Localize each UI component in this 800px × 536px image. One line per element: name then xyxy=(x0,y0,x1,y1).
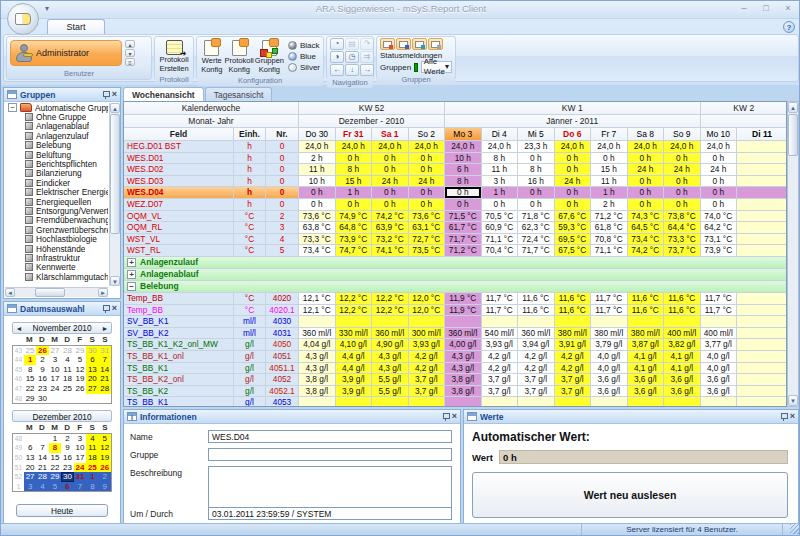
value-cell[interactable]: 330 ml/l xyxy=(336,328,373,340)
calendar-day[interactable]: 5 xyxy=(74,355,86,365)
value-cell[interactable]: 74,0 °C xyxy=(701,211,738,223)
theme-option-silver[interactable]: Silver xyxy=(288,63,320,72)
tree-item[interactable]: Bilanzierung xyxy=(5,169,108,178)
value-cell[interactable]: 24 h xyxy=(701,164,738,176)
calendar-day[interactable]: 9 xyxy=(61,443,73,453)
current-user-chip[interactable]: Administrator xyxy=(10,40,122,66)
value-cell[interactable]: 74,9 °C xyxy=(336,211,373,223)
value-cell[interactable]: 73,1 °C xyxy=(701,234,738,246)
calendar-day[interactable]: 11 xyxy=(61,365,73,375)
application-menu-button[interactable] xyxy=(7,3,39,35)
value-cell[interactable]: 72,7 °C xyxy=(409,234,446,246)
calendar-day[interactable]: 29 xyxy=(24,394,36,404)
value-cell[interactable]: 0 h xyxy=(701,199,738,211)
field-name-cell[interactable]: Temp_BB xyxy=(124,293,234,305)
value-cell[interactable] xyxy=(737,153,787,165)
scroll-left-icon[interactable]: ◄ xyxy=(5,288,15,297)
field-name-cell[interactable]: TS_BB_K1 xyxy=(124,363,234,375)
calendar-day[interactable]: 15 xyxy=(49,453,61,463)
panel-toggle-gruppen-icon[interactable] xyxy=(380,38,395,50)
value-cell[interactable]: 12,2 °C xyxy=(372,305,409,317)
calendar-day[interactable]: 24 xyxy=(49,384,61,394)
value-cell[interactable]: 4,1 g/l xyxy=(628,351,665,363)
value-cell[interactable] xyxy=(372,316,409,328)
value-cell[interactable] xyxy=(737,363,787,375)
calendar-day[interactable]: 1 xyxy=(24,355,36,365)
value-cell[interactable] xyxy=(737,199,787,211)
value-cell[interactable] xyxy=(737,397,787,407)
value-cell[interactable] xyxy=(299,316,336,328)
value-cell[interactable]: 3,91 g/l xyxy=(555,339,592,351)
calendar-day[interactable]: 3 xyxy=(24,482,36,492)
value-cell[interactable]: 0 h xyxy=(555,164,592,176)
value-cell[interactable]: 360 ml/l xyxy=(372,328,409,340)
field-name-cell[interactable]: TS_BB_K2 xyxy=(124,386,234,398)
close-icon[interactable]: × xyxy=(790,412,795,421)
calendar-day[interactable]: 23 xyxy=(61,463,73,473)
protokoll-konfig-button[interactable]: Protokoll Konfig xyxy=(225,38,254,74)
day-column-header[interactable]: Fr 7 xyxy=(591,128,628,141)
value-cell[interactable]: 0 h xyxy=(628,176,665,188)
value-cell[interactable]: 4,3 g/l xyxy=(372,351,409,363)
value-cell[interactable] xyxy=(555,397,592,407)
gruppen-konfig-button[interactable]: Gruppen Konfig xyxy=(255,38,284,74)
value-cell[interactable]: 23,3 h xyxy=(518,141,555,153)
calendar-day[interactable]: 8 xyxy=(86,482,98,492)
value-cell[interactable]: 0 h xyxy=(701,187,738,199)
tree-item[interactable]: Energiequellen xyxy=(5,197,108,206)
value-cell[interactable] xyxy=(336,316,373,328)
value-cell[interactable]: 4,04 g/l xyxy=(299,339,336,351)
calendar-day[interactable]: 26 xyxy=(99,463,111,473)
value-cell[interactable]: 70,8 °C xyxy=(591,234,628,246)
value-cell[interactable]: 12,1 °C xyxy=(299,293,336,305)
value-cell[interactable]: 3,6 g/l xyxy=(664,374,701,386)
value-cell[interactable]: 15 h xyxy=(591,164,628,176)
day-column-header[interactable]: Sa 8 xyxy=(628,128,665,141)
value-cell[interactable]: 69,5 °C xyxy=(555,234,592,246)
nav-time-back-icon[interactable]: ◑ xyxy=(330,51,344,63)
field-name-cell[interactable]: SV_BB_K1 xyxy=(124,316,234,328)
value-cell[interactable] xyxy=(336,397,373,407)
field-name-cell[interactable]: OQM_RL xyxy=(124,222,234,234)
value-cell[interactable]: 4,2 g/l xyxy=(518,363,555,375)
table-vertical-scrollbar[interactable]: ▲ ▼ xyxy=(787,101,799,407)
value-cell[interactable]: 24,0 h xyxy=(372,141,409,153)
value-cell[interactable]: 63,1 °C xyxy=(409,222,446,234)
calendar-day[interactable]: 1 xyxy=(49,434,61,444)
value-cell[interactable]: 24,0 h xyxy=(336,141,373,153)
calendar-day[interactable]: 2 xyxy=(36,355,48,365)
value-cell[interactable]: 24 h xyxy=(664,164,701,176)
value-cell[interactable]: 1 h xyxy=(482,187,519,199)
calendar-next-icon[interactable]: ► xyxy=(99,325,111,332)
field-name-cell[interactable]: WST_RL xyxy=(124,245,234,257)
value-cell[interactable] xyxy=(445,397,482,407)
tree-item[interactable]: Grenzwertüberschreitun xyxy=(5,225,108,234)
value-cell[interactable]: 3,93 g/l xyxy=(409,339,446,351)
value-cell[interactable]: 0 h xyxy=(409,199,446,211)
value-cell[interactable]: 0 h xyxy=(372,153,409,165)
value-cell[interactable]: 0 h xyxy=(628,187,665,199)
value-cell[interactable]: 74,3 °C xyxy=(628,211,665,223)
value-cell[interactable] xyxy=(737,386,787,398)
value-cell[interactable]: 73,8 °C xyxy=(664,211,701,223)
calendar-day[interactable]: 23 xyxy=(36,384,48,394)
value-cell[interactable]: 61,8 °C xyxy=(591,222,628,234)
field-name-cell[interactable]: TS_BB_K1 xyxy=(124,397,234,407)
value-cell[interactable]: 73,7 °C xyxy=(664,245,701,257)
value-cell[interactable]: 0 h xyxy=(701,176,738,188)
value-cell[interactable]: 59,3 °C xyxy=(555,222,592,234)
collapse-icon[interactable]: − xyxy=(8,103,17,112)
value-cell[interactable]: 380 ml/l xyxy=(555,328,592,340)
value-cell[interactable]: 2 h xyxy=(591,199,628,211)
value-cell[interactable]: 3,7 g/l xyxy=(518,374,555,386)
calendar-day[interactable]: 1 xyxy=(86,472,98,482)
calendar-day[interactable]: 31 xyxy=(74,472,86,482)
value-cell[interactable]: 71,5 °C xyxy=(445,211,482,223)
calendar-day[interactable]: 12 xyxy=(99,443,111,453)
value-cell[interactable]: 0 h xyxy=(299,199,336,211)
value-cell[interactable]: 12,2 °C xyxy=(336,293,373,305)
value-cell[interactable] xyxy=(299,397,336,407)
value-cell[interactable]: 11,6 °C xyxy=(628,305,665,317)
pin-icon[interactable] xyxy=(442,412,449,421)
value-cell[interactable]: 4,2 g/l xyxy=(409,363,446,375)
